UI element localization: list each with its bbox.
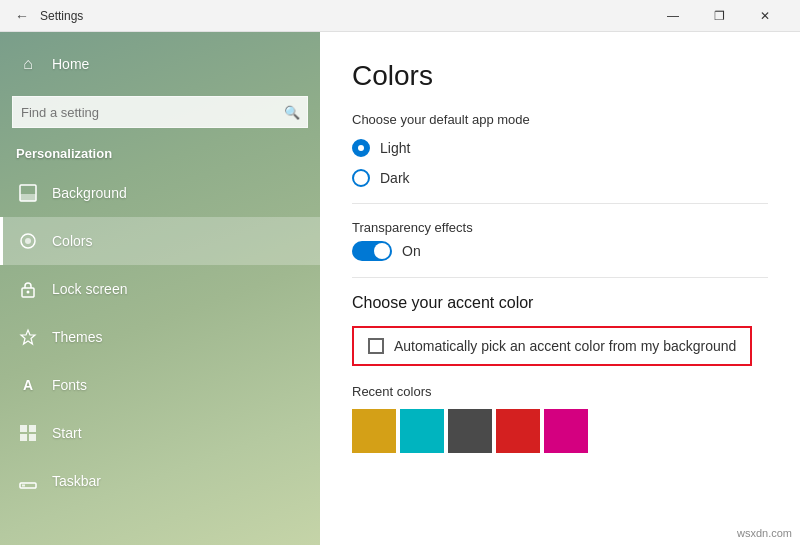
svg-rect-1: [20, 194, 36, 201]
divider-1: [352, 203, 768, 204]
sidebar-item-taskbar[interactable]: Taskbar: [0, 457, 320, 505]
swatch-dark-gray[interactable]: [448, 409, 492, 453]
lock-screen-icon: [16, 277, 40, 301]
sidebar-search: 🔍: [12, 96, 308, 128]
lock-screen-label: Lock screen: [52, 281, 127, 297]
start-label: Start: [52, 425, 82, 441]
sidebar-item-themes[interactable]: Themes: [0, 313, 320, 361]
divider-2: [352, 277, 768, 278]
window-controls: — ❐ ✕: [650, 0, 788, 32]
radio-light-circle: [352, 139, 370, 157]
auto-accent-row[interactable]: Automatically pick an accent color from …: [352, 326, 752, 366]
sidebar-item-colors[interactable]: Colors: [0, 217, 320, 265]
svg-point-5: [27, 291, 30, 294]
swatch-teal[interactable]: [400, 409, 444, 453]
toggle-row: On: [352, 241, 768, 261]
radio-dark-circle: [352, 169, 370, 187]
watermark: wsxdn.com: [737, 527, 792, 539]
search-input[interactable]: [12, 96, 308, 128]
maximize-button[interactable]: ❐: [696, 0, 742, 32]
title-bar-title: Settings: [40, 9, 650, 23]
back-button[interactable]: ←: [12, 6, 32, 26]
radio-dark[interactable]: Dark: [352, 169, 768, 187]
sidebar-item-start[interactable]: Start: [0, 409, 320, 457]
sidebar: ⌂ Home 🔍 Personalization Background: [0, 32, 320, 545]
colors-label: Colors: [52, 233, 92, 249]
background-label: Background: [52, 185, 127, 201]
close-button[interactable]: ✕: [742, 0, 788, 32]
radio-light-label: Light: [380, 140, 410, 156]
toggle-on-label: On: [402, 243, 421, 259]
title-bar: ← Settings — ❐ ✕: [0, 0, 800, 32]
transparency-toggle[interactable]: [352, 241, 392, 261]
transparency-label: Transparency effects: [352, 220, 768, 235]
taskbar-icon: [16, 469, 40, 493]
home-icon: ⌂: [16, 52, 40, 76]
accent-color-title: Choose your accent color: [352, 294, 768, 312]
content-area: Colors Choose your default app mode Ligh…: [320, 32, 800, 545]
svg-rect-6: [20, 425, 27, 432]
sidebar-item-fonts[interactable]: A Fonts: [0, 361, 320, 409]
app-mode-label: Choose your default app mode: [352, 112, 768, 127]
main-layout: ⌂ Home 🔍 Personalization Background: [0, 32, 800, 545]
swatch-hot-pink[interactable]: [544, 409, 588, 453]
start-icon: [16, 421, 40, 445]
svg-rect-7: [29, 425, 36, 432]
swatch-red[interactable]: [496, 409, 540, 453]
recent-colors-title: Recent colors: [352, 384, 768, 399]
colors-icon: [16, 229, 40, 253]
svg-rect-11: [22, 485, 25, 487]
fonts-label: Fonts: [52, 377, 87, 393]
svg-point-3: [25, 238, 31, 244]
themes-label: Themes: [52, 329, 103, 345]
search-icon: 🔍: [284, 105, 300, 120]
svg-rect-9: [29, 434, 36, 441]
svg-rect-8: [20, 434, 27, 441]
auto-accent-checkbox[interactable]: [368, 338, 384, 354]
sidebar-item-home[interactable]: ⌂ Home: [0, 40, 320, 88]
radio-dark-label: Dark: [380, 170, 410, 186]
page-title: Colors: [352, 60, 768, 92]
auto-accent-label: Automatically pick an accent color from …: [394, 338, 736, 354]
background-icon: [16, 181, 40, 205]
home-label: Home: [52, 56, 89, 72]
section-title: Personalization: [0, 136, 320, 169]
taskbar-label: Taskbar: [52, 473, 101, 489]
sidebar-item-lock-screen[interactable]: Lock screen: [0, 265, 320, 313]
color-swatches: [352, 409, 768, 453]
sidebar-item-background[interactable]: Background: [0, 169, 320, 217]
radio-light[interactable]: Light: [352, 139, 768, 157]
minimize-button[interactable]: —: [650, 0, 696, 32]
swatch-yellow-gold[interactable]: [352, 409, 396, 453]
fonts-icon: A: [16, 373, 40, 397]
themes-icon: [16, 325, 40, 349]
